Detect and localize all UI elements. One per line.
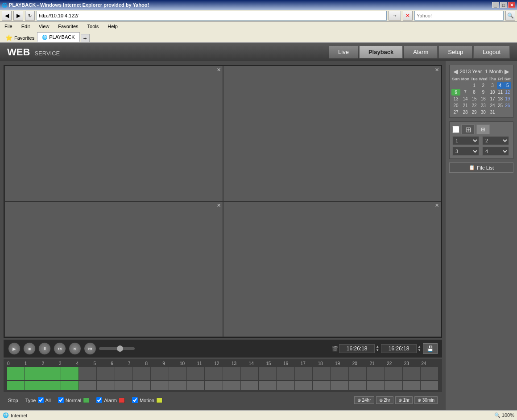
- cal-day-19[interactable]: 19: [504, 96, 511, 102]
- restore-btn[interactable]: □: [500, 2, 507, 8]
- new-tab-btn[interactable]: +: [81, 34, 90, 42]
- address-bar[interactable]: [37, 11, 387, 21]
- video-close-3[interactable]: ✕: [217, 203, 221, 208]
- timeline-bar-row2-3[interactable]: [61, 381, 79, 390]
- time-end-down[interactable]: ▼: [418, 349, 421, 352]
- menu-help[interactable]: Help: [106, 23, 120, 30]
- forward-btn[interactable]: ▶: [13, 11, 23, 21]
- timeline-bar-row2-7[interactable]: [133, 381, 151, 390]
- cal-day-28[interactable]: 28: [460, 109, 470, 116]
- video-close-1[interactable]: ✕: [217, 67, 221, 73]
- minimize-btn[interactable]: _: [492, 2, 499, 8]
- timeline-bar-row2-13[interactable]: [241, 381, 259, 390]
- timeline-bar-row2-21[interactable]: [385, 381, 402, 390]
- timeline-bar-row2-6[interactable]: [115, 381, 133, 390]
- video-close-2[interactable]: ✕: [435, 67, 439, 73]
- timeline-bar-8[interactable]: [151, 367, 169, 380]
- timeline-bar-row2-14[interactable]: [259, 381, 277, 390]
- stop-nav-btn[interactable]: ✕: [403, 11, 413, 21]
- cal-day-3[interactable]: 3: [488, 82, 497, 89]
- cal-day-7[interactable]: 7: [460, 89, 470, 96]
- ch3-select[interactable]: 1234: [452, 147, 479, 156]
- timeline-bar-5[interactable]: [97, 367, 115, 380]
- timeline-bar-4[interactable]: [79, 367, 97, 380]
- timeline-bar-row2-12[interactable]: [223, 381, 241, 390]
- time-start-down[interactable]: ▼: [376, 349, 379, 352]
- timeline-bar-row2-9[interactable]: [169, 381, 187, 390]
- ch1-select[interactable]: 1234: [452, 136, 479, 145]
- search-go-btn[interactable]: 🔍: [505, 11, 515, 21]
- timeline-bar-3[interactable]: [61, 367, 79, 380]
- cal-day-27[interactable]: 27: [451, 109, 460, 116]
- check-motion[interactable]: [132, 397, 138, 403]
- cal-day-30[interactable]: 30: [478, 109, 488, 116]
- cal-prev-btn[interactable]: ◀: [453, 68, 458, 75]
- cal-day-14[interactable]: 14: [460, 96, 470, 102]
- cal-day-12[interactable]: 12: [504, 89, 511, 96]
- timeline-bar-2[interactable]: [43, 367, 61, 380]
- time-range-1[interactable]: ⊕ 1hr: [395, 396, 413, 404]
- timeline-bar-11[interactable]: [205, 367, 223, 380]
- timeline-bar-row2-5[interactable]: [97, 381, 115, 390]
- favorites-label[interactable]: Favorites: [14, 35, 34, 41]
- timeline-bar-1[interactable]: [25, 367, 43, 380]
- timeline-bar-row2-11[interactable]: [205, 381, 223, 390]
- timeline-bar-6[interactable]: [115, 367, 133, 380]
- layout-single-check[interactable]: [452, 126, 459, 133]
- timeline-bar-row2-23[interactable]: [421, 381, 438, 390]
- go-btn[interactable]: →: [389, 11, 401, 21]
- timeline-bar-row2-15[interactable]: [277, 381, 294, 390]
- cal-next-btn[interactable]: ▶: [505, 68, 509, 75]
- cal-day-2[interactable]: 2: [478, 82, 488, 89]
- tab-playback[interactable]: Playback: [359, 46, 403, 58]
- cal-day-1[interactable]: 1: [470, 82, 478, 89]
- ch2-select[interactable]: 1234: [482, 136, 509, 145]
- pause-btn[interactable]: ⏸: [38, 342, 51, 355]
- menu-view[interactable]: View: [37, 23, 51, 30]
- tab-logout[interactable]: Logout: [473, 46, 510, 58]
- menu-tools[interactable]: Tools: [86, 23, 101, 30]
- layout-2x2-btn[interactable]: ⊞: [476, 125, 490, 134]
- timeline-bar-0[interactable]: [7, 367, 25, 380]
- play-btn[interactable]: ▶: [8, 342, 21, 355]
- cal-day-23[interactable]: 23: [478, 102, 488, 109]
- timeline-bar-20[interactable]: [367, 367, 385, 380]
- layout-1x1-btn[interactable]: ⊞: [461, 125, 475, 134]
- timeline-bar-23[interactable]: [421, 367, 438, 380]
- ch4-select[interactable]: 1234: [482, 147, 509, 156]
- rew-btn[interactable]: ⏮: [84, 342, 96, 355]
- cal-day-17[interactable]: 17: [488, 96, 497, 102]
- cal-day-15[interactable]: 15: [470, 96, 478, 102]
- check-alarm[interactable]: [96, 397, 102, 403]
- timeline-bar-row2-18[interactable]: [331, 381, 348, 390]
- timeline-bar-21[interactable]: [385, 367, 402, 380]
- cal-day-29[interactable]: 29: [470, 109, 478, 116]
- timeline-bars-2[interactable]: [7, 381, 438, 390]
- check-normal[interactable]: [58, 397, 64, 403]
- timeline-bars-1[interactable]: [7, 367, 438, 380]
- menu-file[interactable]: File: [3, 23, 14, 30]
- cal-day-9[interactable]: 9: [478, 89, 488, 96]
- timeline-bar-row2-17[interactable]: [313, 381, 331, 390]
- timeline-bar-row2-1[interactable]: [25, 381, 43, 390]
- menu-edit[interactable]: Edit: [20, 23, 32, 30]
- timeline-bar-14[interactable]: [259, 367, 277, 380]
- time-range-30[interactable]: ⊕ 30min: [414, 396, 438, 404]
- timeline-bar-row2-19[interactable]: [349, 381, 367, 390]
- check-all[interactable]: [38, 397, 44, 403]
- time-start-input[interactable]: [339, 344, 375, 353]
- playback-slider[interactable]: [99, 347, 135, 350]
- tab-setup[interactable]: Setup: [438, 46, 472, 58]
- time-end-input[interactable]: [381, 344, 417, 353]
- timeline-bar-9[interactable]: [169, 367, 187, 380]
- timeline-bar-row2-10[interactable]: [187, 381, 205, 390]
- cal-day-26[interactable]: 26: [504, 102, 511, 109]
- timeline-bar-19[interactable]: [349, 367, 367, 380]
- cal-day-10[interactable]: 10: [488, 89, 497, 96]
- browser-tab-playback[interactable]: 🌐 PLAYBACK: [37, 32, 79, 42]
- cal-day-24[interactable]: 24: [488, 102, 497, 109]
- cal-day-20[interactable]: 20: [451, 102, 460, 109]
- cal-day-6[interactable]: 6: [451, 89, 460, 96]
- menu-favorites[interactable]: Favorites: [56, 23, 80, 30]
- cal-day-21[interactable]: 21: [460, 102, 470, 109]
